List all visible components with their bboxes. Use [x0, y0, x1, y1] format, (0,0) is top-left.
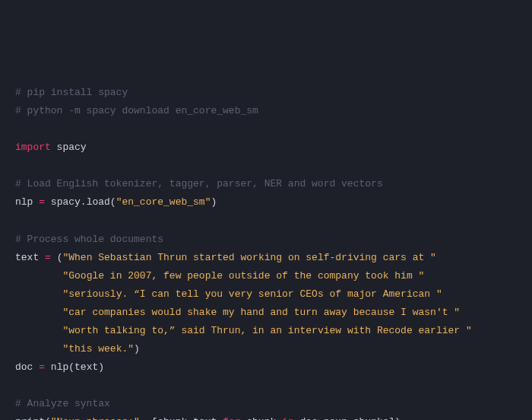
comment-line: # Load English tokenizer, tagger, parser…: [15, 178, 383, 189]
keyword-for: for: [223, 416, 240, 420]
identifier: text: [15, 252, 45, 263]
code-editor[interactable]: # pip install spacy # python -m spacy do…: [15, 84, 517, 420]
paren: (: [51, 252, 63, 263]
identifier: chunk: [240, 416, 282, 420]
comment-line: # python -m spacy download en_core_web_s…: [15, 105, 258, 116]
identifier: nlp: [15, 196, 39, 208]
call-expr: nlp(text): [45, 361, 104, 373]
comment-line: # Analyze syntax: [15, 398, 110, 409]
paren: ): [134, 343, 140, 355]
comment-line: # Process whole documents: [15, 234, 163, 245]
operator: =: [39, 196, 45, 208]
call-expr: spacy.load(: [45, 196, 116, 208]
keyword-import: import: [15, 142, 51, 153]
string-literal: "Noun phrases:": [51, 416, 140, 420]
string-literal: "this week.": [62, 343, 134, 355]
string-literal: "Google in 2007, few people outside of t…: [62, 270, 424, 282]
call-expr: print(: [15, 416, 51, 420]
paren: ): [211, 196, 217, 208]
string-literal: "car companies would shake my hand and t…: [62, 307, 460, 318]
identifier: doc: [15, 361, 39, 373]
keyword-in: in: [282, 416, 294, 420]
operator: =: [45, 252, 51, 263]
operator: =: [39, 361, 45, 373]
string-literal: "When Sebastian Thrun started working on…: [62, 252, 435, 263]
string-literal: "en_core_web_sm": [116, 196, 211, 208]
string-literal: "worth talking to,” said Thrun, in an in…: [62, 325, 471, 336]
module-name: spacy: [51, 142, 87, 153]
comment-line: # pip install spacy: [15, 87, 128, 98]
string-literal: "seriously. “I can tell you very senior …: [62, 288, 442, 300]
expr: , [chunk.text: [140, 416, 223, 420]
expr: doc.noun_chunks]): [294, 416, 401, 420]
